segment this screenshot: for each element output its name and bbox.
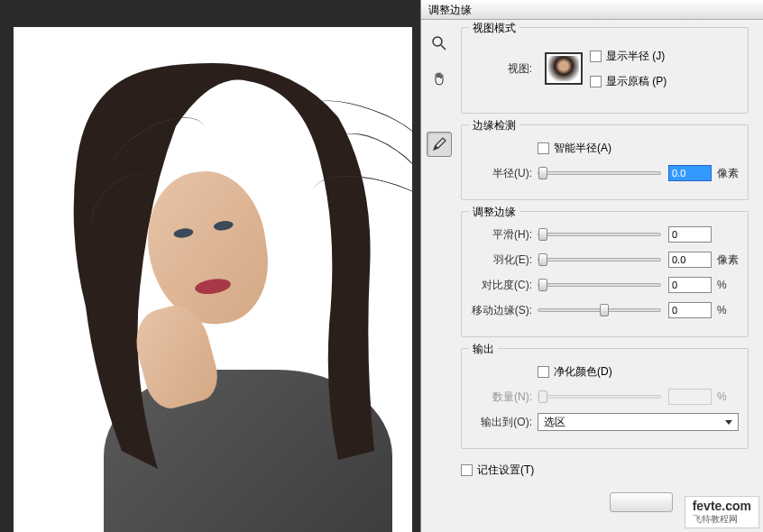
radius-label: 半径(U): — [471, 166, 532, 181]
workspace — [0, 0, 420, 532]
svg-point-0 — [433, 37, 442, 46]
refine-brush-tool[interactable] — [427, 132, 452, 157]
zoom-tool[interactable] — [427, 31, 452, 56]
contrast-unit: % — [717, 279, 739, 291]
shift-edge-unit: % — [717, 304, 739, 316]
show-radius-checkbox[interactable] — [590, 50, 602, 62]
dialog-titlebar[interactable]: 调整边缘 — [421, 0, 763, 20]
adjust-edge-title: 调整边缘 — [469, 205, 519, 220]
document-canvas[interactable] — [14, 27, 412, 532]
amount-slider — [538, 395, 661, 399]
contrast-input[interactable] — [668, 277, 712, 293]
radius-slider[interactable] — [538, 171, 661, 175]
tool-column — [421, 20, 457, 525]
radius-input[interactable] — [668, 165, 712, 181]
amount-input — [668, 389, 712, 405]
smooth-label: 平滑(H): — [471, 227, 532, 243]
show-radius-label: 显示半径 (J) — [606, 49, 665, 64]
svg-line-1 — [441, 45, 446, 50]
feather-input[interactable] — [668, 252, 712, 268]
view-thumbnail[interactable] — [545, 52, 583, 85]
show-original-label: 显示原稿 (P) — [606, 74, 666, 89]
amount-unit: % — [717, 390, 739, 403]
smart-radius-label: 智能半径(A) — [554, 141, 611, 156]
refine-edge-dialog: 调整边缘 视图模式 视图: 显示半径 (J) 显示原稿 (P) — [420, 0, 763, 532]
decontaminate-label: 净化颜色(D) — [554, 364, 612, 380]
shift-edge-input[interactable] — [668, 302, 712, 318]
remember-settings-label: 记住设置(T) — [477, 463, 534, 478]
shift-edge-slider[interactable] — [538, 308, 661, 312]
edge-detection-group: 边缘检测 智能半径(A) 半径(U): 像素 — [461, 124, 749, 200]
output-to-dropdown[interactable]: 选区 — [538, 413, 739, 431]
feather-label: 羽化(E): — [471, 252, 532, 268]
feather-unit: 像素 — [717, 252, 739, 268]
remember-settings-checkbox[interactable] — [461, 464, 473, 476]
view-label: 视图: — [471, 61, 532, 77]
smooth-slider[interactable] — [538, 233, 661, 236]
radius-unit: 像素 — [717, 166, 739, 181]
smart-radius-checkbox[interactable] — [538, 142, 549, 154]
shift-edge-label: 移动边缘(S): — [471, 303, 532, 318]
image-content — [50, 54, 392, 532]
watermark-sub: 飞特教程网 — [693, 513, 751, 526]
edge-detection-title: 边缘检测 — [469, 118, 519, 133]
footer-button[interactable] — [610, 492, 673, 512]
contrast-slider[interactable] — [538, 283, 661, 287]
options-panel: 视图模式 视图: 显示半径 (J) 显示原稿 (P) 边缘检测 智能半径(A) … — [457, 20, 763, 532]
dialog-title: 调整边缘 — [428, 4, 472, 16]
view-mode-group: 视图模式 视图: 显示半径 (J) 显示原稿 (P) — [461, 27, 749, 114]
hand-tool[interactable] — [427, 67, 452, 92]
output-title: 输出 — [469, 342, 498, 357]
decontaminate-checkbox[interactable] — [538, 366, 549, 378]
adjust-edge-group: 调整边缘 平滑(H): 羽化(E): 像素 对比度(C): % 移动边缘(S): — [461, 211, 749, 337]
show-original-checkbox[interactable] — [590, 76, 602, 87]
output-to-label: 输出到(O): — [471, 415, 532, 430]
chevron-down-icon — [725, 420, 732, 425]
smooth-input[interactable] — [668, 226, 712, 243]
output-to-value: 选区 — [544, 415, 565, 430]
view-mode-title: 视图模式 — [469, 21, 519, 36]
output-group: 输出 净化颜色(D) 数量(N): % 输出到(O): 选区 — [461, 348, 749, 449]
watermark: fevte.com 飞特教程网 — [685, 496, 759, 528]
watermark-brand: fevte.com — [693, 499, 751, 513]
amount-label: 数量(N): — [471, 390, 532, 405]
feather-slider[interactable] — [538, 258, 661, 261]
contrast-label: 对比度(C): — [471, 278, 532, 293]
